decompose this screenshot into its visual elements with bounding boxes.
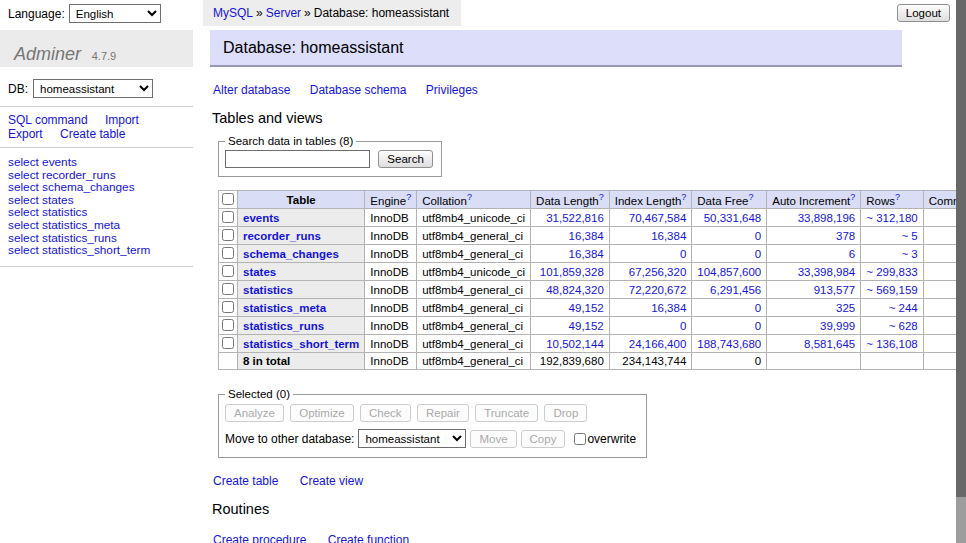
sidebar-link-import[interactable]: Import xyxy=(105,113,139,127)
table-name-link[interactable]: statistics_runs xyxy=(243,320,324,332)
sidebar: Adminer 4.7.9 DB: homeassistant SQL comm… xyxy=(0,0,193,267)
rows-link[interactable]: ~ 5 xyxy=(861,227,923,245)
data-length-link[interactable]: 101,859,328 xyxy=(531,263,610,281)
select-all-checkbox[interactable] xyxy=(222,193,234,205)
copy-button[interactable]: Copy xyxy=(521,430,566,448)
alter-database-link[interactable]: Alter database xyxy=(213,83,290,97)
data-free-link[interactable]: 0 xyxy=(692,227,767,245)
repair-button[interactable]: Repair xyxy=(417,404,469,422)
drop-button[interactable]: Drop xyxy=(544,404,587,422)
data-length-link[interactable]: 16,384 xyxy=(531,245,610,263)
sidebar-link-create-table[interactable]: Create table xyxy=(60,127,125,141)
help-link[interactable]: ? xyxy=(681,192,686,202)
row-checkbox[interactable] xyxy=(222,211,234,223)
overwrite-checkbox[interactable] xyxy=(574,433,586,445)
auto-increment-link[interactable]: 33,398,984 xyxy=(767,263,861,281)
rows-link[interactable]: ~ 3 xyxy=(861,245,923,263)
data-free-link[interactable]: 50,331,648 xyxy=(692,209,767,227)
data-free-link[interactable]: 0 xyxy=(692,317,767,335)
move-database-select[interactable]: homeassistant xyxy=(358,429,466,448)
help-link[interactable]: ? xyxy=(895,192,900,202)
analyze-button[interactable]: Analyze xyxy=(225,404,284,422)
auto-increment-link[interactable]: 378 xyxy=(767,227,861,245)
app-logo: Adminer 4.7.9 xyxy=(0,30,193,67)
rows-link[interactable]: ~ 299,833 xyxy=(861,263,923,281)
data-length-link[interactable]: 49,152 xyxy=(531,299,610,317)
help-link[interactable]: ? xyxy=(406,192,411,202)
help-link[interactable]: ? xyxy=(467,192,472,202)
rows-link[interactable]: ~ 628 xyxy=(861,317,923,335)
row-checkbox[interactable] xyxy=(222,229,234,241)
rows-link[interactable]: ~ 312,180 xyxy=(861,209,923,227)
rows-link[interactable]: ~ 136,108 xyxy=(861,335,923,353)
auto-increment-link[interactable]: 8,581,645 xyxy=(767,335,861,353)
row-checkbox[interactable] xyxy=(222,301,234,313)
auto-increment-link[interactable]: 913,577 xyxy=(767,281,861,299)
data-length-link[interactable]: 31,522,816 xyxy=(531,209,610,227)
index-length-link[interactable]: 16,384 xyxy=(609,299,692,317)
create-table-link[interactable]: Create table xyxy=(213,474,278,488)
sidebar-link-sql-command[interactable]: SQL command xyxy=(8,113,88,127)
data-length-link[interactable]: 10,502,144 xyxy=(531,335,610,353)
auto-increment-link[interactable]: 33,898,196 xyxy=(767,209,861,227)
search-input[interactable] xyxy=(225,150,370,168)
create-view-link[interactable]: Create view xyxy=(300,474,363,488)
help-link[interactable]: ? xyxy=(748,192,753,202)
index-length-link[interactable]: 16,384 xyxy=(609,227,692,245)
scrollbar-thumb[interactable] xyxy=(956,0,966,497)
index-length-link[interactable]: 67,256,320 xyxy=(609,263,692,281)
privileges-link[interactable]: Privileges xyxy=(426,83,478,97)
table-name-link[interactable]: statistics_short_term xyxy=(243,338,359,350)
data-free-link[interactable]: 188,743,680 xyxy=(692,335,767,353)
data-free-link[interactable]: 0 xyxy=(692,299,767,317)
help-link[interactable]: ? xyxy=(850,192,855,202)
auto-increment-link[interactable]: 39,999 xyxy=(767,317,861,335)
table-name-link[interactable]: recorder_runs xyxy=(243,230,321,242)
table-name-link[interactable]: statistics xyxy=(243,284,293,296)
logout-button[interactable]: Logout xyxy=(897,4,950,22)
rows-link[interactable]: ~ 569,159 xyxy=(861,281,923,299)
truncate-button[interactable]: Truncate xyxy=(475,404,538,422)
auto-increment-link[interactable]: 325 xyxy=(767,299,861,317)
data-free-link[interactable]: 0 xyxy=(692,245,767,263)
app-name: Adminer xyxy=(14,44,81,64)
engine-cell: InnoDB xyxy=(365,227,417,245)
db-select[interactable]: homeassistant xyxy=(33,79,153,98)
table-name-link[interactable]: events xyxy=(243,212,279,224)
check-button[interactable]: Check xyxy=(360,404,411,422)
create-function-link[interactable]: Create function xyxy=(328,533,409,543)
data-length-link[interactable]: 16,384 xyxy=(531,227,610,245)
page-title: Database: homeassistant xyxy=(210,30,902,67)
data-free-link[interactable]: 6,291,456 xyxy=(692,281,767,299)
auto-increment-link[interactable]: 6 xyxy=(767,245,861,263)
search-button[interactable]: Search xyxy=(378,150,432,168)
data-free-link[interactable]: 104,857,600 xyxy=(692,263,767,281)
row-checkbox[interactable] xyxy=(222,337,234,349)
row-checkbox[interactable] xyxy=(222,247,234,259)
index-length-link[interactable]: 70,467,584 xyxy=(609,209,692,227)
index-length-link[interactable]: 72,220,672 xyxy=(609,281,692,299)
table-name-link[interactable]: schema_changes xyxy=(243,248,339,260)
row-checkbox[interactable] xyxy=(222,319,234,331)
overwrite-label: overwrite xyxy=(587,432,636,446)
table-name-link[interactable]: states xyxy=(243,266,276,278)
data-length-link[interactable]: 48,824,320 xyxy=(531,281,610,299)
row-checkbox[interactable] xyxy=(222,283,234,295)
table-name-link[interactable]: statistics_meta xyxy=(243,302,326,314)
index-length-link[interactable]: 24,166,400 xyxy=(609,335,692,353)
index-length-link[interactable]: 0 xyxy=(609,317,692,335)
collation-cell: utf8mb4_unicode_ci xyxy=(417,209,531,227)
data-length-link[interactable]: 49,152 xyxy=(531,317,610,335)
rows-link[interactable]: ~ 244 xyxy=(861,299,923,317)
help-link[interactable]: ? xyxy=(599,192,604,202)
database-schema-link[interactable]: Database schema xyxy=(310,83,407,97)
optimize-button[interactable]: Optimize xyxy=(290,404,353,422)
create-procedure-link[interactable]: Create procedure xyxy=(213,533,306,543)
sidebar-link-export[interactable]: Export xyxy=(8,127,43,141)
vertical-scrollbar[interactable] xyxy=(956,0,966,543)
move-button[interactable]: Move xyxy=(470,430,516,448)
row-checkbox[interactable] xyxy=(222,265,234,277)
sidebar-select-statistics-short-term[interactable]: select statistics_short_term xyxy=(8,243,150,257)
index-length-link[interactable]: 0 xyxy=(609,245,692,263)
collation-cell: utf8mb4_general_ci xyxy=(417,317,531,335)
